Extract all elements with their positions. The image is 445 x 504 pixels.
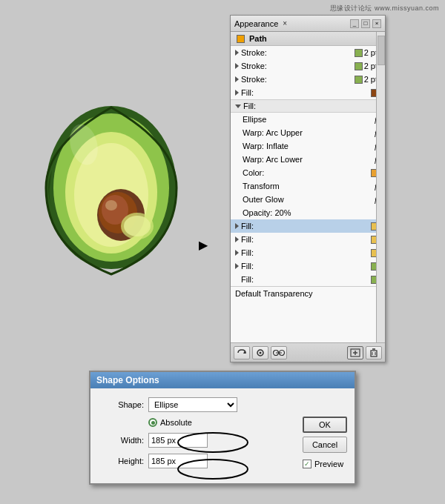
panel-titlebar-controls: _ □ × xyxy=(350,19,381,28)
triangle-icon-3 xyxy=(235,76,239,82)
dialog-titlebar: Shape Options xyxy=(90,372,355,388)
absolute-radio-inner xyxy=(151,421,155,425)
ellipse-row: Ellipse fx xyxy=(231,113,385,126)
fill-section-header[interactable]: Fill: xyxy=(231,99,385,113)
stroke-color-3 xyxy=(355,76,363,84)
width-input[interactable] xyxy=(148,433,208,448)
fill-section-label: Fill: xyxy=(243,102,380,110)
width-label: Width: xyxy=(99,436,144,445)
stroke-label-1: Stroke: xyxy=(241,48,353,57)
appearance-panel: Appearance × _ □ × Path Stroke: 2 pt Str… xyxy=(230,15,386,362)
dialog-buttons: OK Cancel ✓ Preview xyxy=(303,417,347,468)
path-label: Path xyxy=(249,34,267,43)
fill-label-3: Fill: xyxy=(241,248,369,257)
transform-label: Transform xyxy=(243,182,375,190)
stroke-label-2: Stroke: xyxy=(241,62,353,70)
preview-checkbox-row: ✓ Preview xyxy=(303,460,347,468)
fill-label-4: Fill: xyxy=(241,262,369,271)
fill-selected-triangle xyxy=(235,223,239,229)
scroll-thumb[interactable] xyxy=(378,36,385,65)
maximize-button[interactable]: □ xyxy=(361,19,370,28)
canvas-area xyxy=(0,15,230,363)
outer-glow-row: Outer Glow fx xyxy=(231,193,385,206)
warp-inflate-row: Warp: Inflate fx xyxy=(231,139,385,153)
warp-arc-lower-row: Warp: Arc Lower fx xyxy=(231,153,385,166)
close-button[interactable]: × xyxy=(372,19,381,28)
triangle-icon-1 xyxy=(235,50,239,56)
stroke-row-1[interactable]: Stroke: 2 pt xyxy=(231,46,385,59)
absolute-radio[interactable]: Absolute xyxy=(148,418,192,427)
panel-title-text: Appearance xyxy=(234,19,278,28)
svg-point-7 xyxy=(105,200,117,210)
avocado-illustration xyxy=(33,100,197,278)
height-input[interactable] xyxy=(148,454,208,468)
fill-label-brown: Fill: xyxy=(241,88,369,97)
panel-titlebar: Appearance × _ □ × xyxy=(231,16,385,32)
absolute-radio-dot xyxy=(148,418,157,427)
toolbar-btn-delete[interactable] xyxy=(366,346,382,359)
shape-label: Shape: xyxy=(99,400,144,409)
arrow-indicator xyxy=(199,239,228,251)
fill-row-5[interactable]: Fill: xyxy=(231,273,385,286)
triangle-icon-fill xyxy=(235,90,239,96)
fill-triangle-3 xyxy=(235,250,239,256)
toolbar-btn-2[interactable] xyxy=(252,346,268,359)
shape-row: Shape: Ellipse xyxy=(99,397,346,412)
fill-label-2: Fill: xyxy=(241,235,369,244)
preview-label: Preview xyxy=(314,460,343,468)
stroke-color-1 xyxy=(355,49,363,57)
dialog-title: Shape Options xyxy=(96,375,159,385)
triangle-icon-2 xyxy=(235,63,239,69)
panel-title-left: Appearance × xyxy=(234,19,287,28)
warp-inflate-label: Warp: Inflate xyxy=(243,142,375,150)
fill-row-3[interactable]: Fill: xyxy=(231,246,385,259)
path-header: Path xyxy=(231,32,385,46)
ellipse-label: Ellipse xyxy=(243,115,375,124)
svg-point-10 xyxy=(124,216,151,236)
color-label: Color: xyxy=(243,168,369,177)
warp-arc-lower-label: Warp: Arc Lower xyxy=(243,155,375,164)
stroke-color-2 xyxy=(355,62,363,70)
stroke-row-2[interactable]: Stroke: 2 pt xyxy=(231,59,385,73)
fill-triangle-2 xyxy=(235,236,239,242)
default-transparency-row: Default Transparency xyxy=(231,286,385,299)
toolbar-btn-1[interactable] xyxy=(234,346,250,359)
fill-selected-row[interactable]: Fill: xyxy=(231,219,385,233)
default-transparency-label: Default Transparency xyxy=(235,289,380,298)
panel-toolbar xyxy=(231,342,385,362)
ok-button[interactable]: OK xyxy=(303,417,347,433)
fill-expand-triangle xyxy=(235,105,241,108)
fill-row-4[interactable]: Fill: xyxy=(231,259,385,273)
path-color-swatch xyxy=(237,35,245,43)
shape-select[interactable]: Ellipse xyxy=(148,397,237,412)
panel-scrollbar[interactable] xyxy=(376,32,385,342)
stroke-row-3[interactable]: Stroke: 2 pt xyxy=(231,73,385,86)
cancel-button[interactable]: Cancel xyxy=(303,437,347,453)
fill-row-2[interactable]: Fill: xyxy=(231,233,385,246)
fill-selected-label: Fill: xyxy=(241,222,369,231)
height-label: Height: xyxy=(99,457,144,465)
warp-arc-upper-label: Warp: Arc Upper xyxy=(243,128,375,137)
panel-close-button[interactable]: × xyxy=(283,19,287,27)
transform-row: Transform fx xyxy=(231,179,385,193)
svg-rect-20 xyxy=(371,351,377,357)
panel-content: Stroke: 2 pt Stroke: 2 pt Stroke: 2 pt F… xyxy=(231,46,385,342)
toolbar-btn-new-effect[interactable] xyxy=(347,346,363,359)
preview-checkbox[interactable]: ✓ xyxy=(303,460,312,468)
color-row: Color: xyxy=(231,166,385,179)
svg-point-13 xyxy=(260,351,262,354)
opacity-label: Opacity: 20% xyxy=(243,208,380,217)
fill-row-brown[interactable]: Fill: xyxy=(231,86,385,99)
absolute-label: Absolute xyxy=(160,418,192,427)
stroke-label-3: Stroke: xyxy=(241,75,353,84)
toolbar-btn-3[interactable] xyxy=(271,346,287,359)
opacity-row: Opacity: 20% xyxy=(231,206,385,219)
minimize-button[interactable]: _ xyxy=(350,19,359,28)
dialog-body: Shape: Ellipse Absolute Width: Height: xyxy=(90,388,355,483)
shape-options-dialog: Shape Options Shape: Ellipse Absolute Wi… xyxy=(89,371,356,485)
outer-glow-label: Outer Glow xyxy=(243,195,375,204)
fill-label-5: Fill: xyxy=(235,275,369,284)
warp-arc-upper-row: Warp: Arc Upper fx xyxy=(231,126,385,139)
fill-triangle-4 xyxy=(235,263,239,269)
watermark: 思缘设计论坛 www.missyuan.com xyxy=(330,4,439,13)
